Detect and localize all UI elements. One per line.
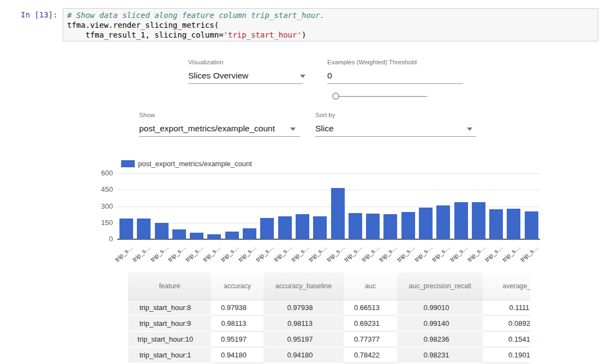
threshold-label: Examples (Weighted) Threshold — [327, 59, 417, 65]
bar[interactable] — [172, 229, 186, 239]
metric-cell: 0.98236 — [397, 332, 483, 348]
feature-cell: trip_start_hour:10 — [128, 332, 211, 348]
threshold-input[interactable]: 0 — [327, 71, 332, 81]
metric-cell: 0.99140 — [397, 316, 483, 332]
metric-cell: 0.95197 — [211, 332, 263, 348]
bar[interactable] — [243, 228, 256, 239]
cell-input-prompt: In [13]: — [21, 10, 57, 19]
bar[interactable] — [507, 209, 520, 239]
code-string-literal: 'trip_start_hour' — [224, 31, 302, 39]
code-editor[interactable]: # Show data sliced along feature column … — [63, 8, 598, 41]
metric-cell: 0.98113 — [263, 316, 344, 332]
sort-underline — [315, 136, 476, 137]
show-label: Show — [139, 112, 155, 118]
threshold-slider-track[interactable] — [337, 96, 427, 97]
bar[interactable] — [366, 214, 380, 239]
show-select[interactable]: post_export_metrics/example_count — [139, 124, 275, 134]
table-row: trip_start_hour:90.981130.981130.692310.… — [128, 316, 530, 332]
bar[interactable] — [489, 209, 503, 239]
table-row: trip_start_hour:10.941800.941800.784220.… — [128, 348, 530, 363]
bar[interactable] — [472, 202, 485, 239]
metric-cell: 0.69231 — [344, 316, 397, 332]
metric-cell: 0.78422 — [344, 348, 397, 363]
bar[interactable] — [349, 213, 362, 239]
visualization-label: Visualization — [188, 59, 223, 65]
visualization-underline — [188, 83, 303, 84]
sort-by-select[interactable]: Slice — [315, 124, 334, 134]
threshold-underline — [327, 83, 463, 84]
table-header-row: featureaccuracyaccuracy_baselineaucauc_p… — [128, 272, 530, 300]
y-axis-tick-label: 450 — [87, 185, 113, 193]
gridline — [117, 190, 540, 190]
metric-cell: 0.1541 — [483, 332, 530, 348]
feature-cell: trip_start_hour:8 — [128, 300, 211, 316]
code-line-2: tfma.view.render_slicing_metrics( — [67, 21, 219, 29]
metric-cell: 0.95197 — [263, 332, 344, 348]
bar[interactable] — [436, 205, 450, 239]
y-axis-tick-label: 300 — [87, 202, 113, 210]
bar[interactable] — [278, 216, 292, 239]
column-header-average_loss[interactable]: average_loss — [483, 272, 530, 300]
column-header-accuracy[interactable]: accuracy — [211, 272, 263, 300]
code-comment: # Show data sliced along feature column … — [67, 11, 325, 20]
table-body: trip_start_hour:80.979380.979380.665130.… — [128, 300, 530, 363]
metric-cell: 0.1111 — [483, 300, 530, 316]
bar[interactable] — [454, 202, 468, 239]
bar[interactable] — [119, 219, 133, 239]
bar[interactable] — [190, 233, 203, 239]
feature-cell: trip_start_hour:1 — [128, 348, 211, 363]
column-header-accuracy_baseline[interactable]: accuracy_baseline — [263, 272, 344, 300]
metrics-table: featureaccuracyaccuracy_baselineaucauc_p… — [128, 272, 530, 364]
metric-cell: 0.97938 — [263, 300, 344, 316]
column-header-feature[interactable]: feature — [128, 272, 211, 300]
metric-cell: 0.97938 — [211, 300, 263, 316]
metric-cell: 0.77377 — [344, 332, 397, 348]
metric-cell: 0.98113 — [211, 316, 263, 332]
metric-cell: 0.98231 — [397, 348, 483, 363]
bar[interactable] — [296, 214, 309, 239]
legend-label: post_export_metrics/example_count — [138, 160, 252, 168]
bar[interactable] — [155, 223, 169, 239]
chevron-down-icon[interactable] — [290, 128, 296, 131]
bar[interactable] — [225, 232, 239, 239]
metric-cell: 0.1901 — [483, 348, 530, 363]
bar[interactable] — [207, 234, 221, 239]
column-header-auc_precision_recall[interactable]: auc_precision_recall — [397, 272, 483, 300]
bar[interactable] — [260, 218, 274, 239]
y-axis-tick-label: 150 — [87, 219, 113, 227]
chevron-down-icon[interactable] — [467, 128, 472, 131]
bar[interactable] — [525, 211, 538, 239]
metric-cell: 0.99010 — [397, 300, 483, 316]
feature-cell: trip_start_hour:9 — [128, 316, 211, 332]
table-row: trip_start_hour:100.951970.951970.773770… — [128, 332, 530, 348]
code-line-3: tfma_result_1, slicing_column= — [67, 31, 224, 39]
legend-swatch — [121, 160, 135, 167]
bar-chart-plot-area: trip_s…trip_s…trip_s…trip_s…trip_s…trip_… — [117, 173, 540, 239]
show-underline — [139, 136, 300, 137]
sort-by-label: Sort by — [315, 112, 335, 118]
metric-cell: 0.94180 — [263, 348, 344, 363]
visualization-select[interactable]: Slices Overview — [188, 71, 248, 81]
metric-cell: 0.66513 — [344, 300, 397, 316]
bar[interactable] — [313, 216, 327, 239]
bar[interactable] — [137, 219, 151, 239]
metric-cell: 0.0892 — [483, 316, 530, 332]
table-row: trip_start_hour:80.979380.979380.665130.… — [128, 300, 530, 316]
metric-cell: 0.94180 — [211, 348, 263, 363]
y-axis-tick-label: 0 — [87, 235, 113, 243]
y-axis-tick-label: 600 — [87, 169, 113, 177]
gridline — [117, 173, 540, 174]
chevron-down-icon[interactable] — [300, 75, 305, 78]
bar[interactable] — [401, 212, 415, 239]
column-header-auc[interactable]: auc — [344, 272, 397, 300]
bar[interactable] — [383, 214, 397, 239]
threshold-slider-handle[interactable] — [332, 93, 339, 100]
bar[interactable] — [331, 188, 345, 239]
bar[interactable] — [419, 208, 433, 239]
